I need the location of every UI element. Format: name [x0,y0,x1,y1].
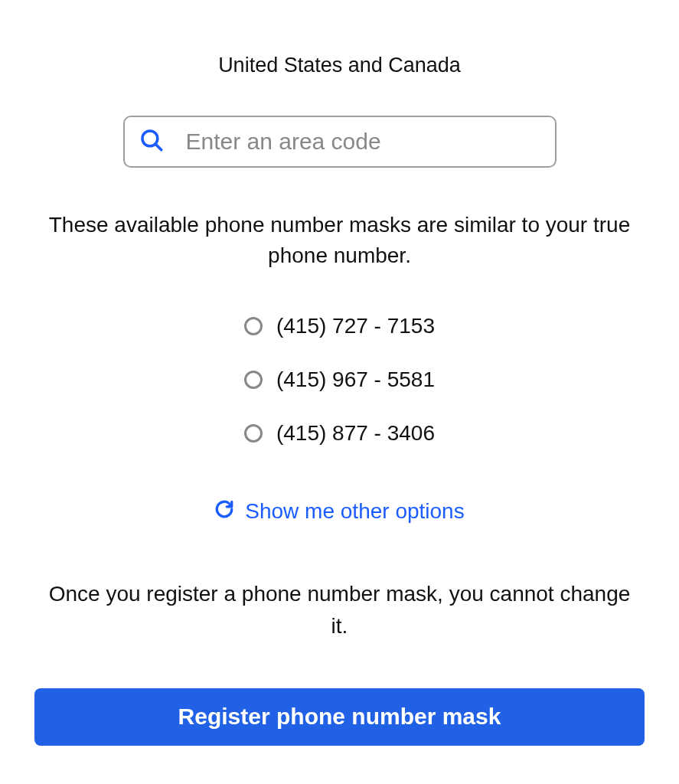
radio-icon [244,424,263,443]
search-container [123,116,557,168]
phone-option-label: (415) 727 - 7153 [276,314,435,338]
radio-icon [244,371,263,389]
description-text: These available phone number masks are s… [34,210,645,272]
show-other-options-link[interactable]: Show me other options [214,499,464,524]
phone-options-list: (415) 727 - 7153 (415) 967 - 5581 (415) … [244,314,435,446]
area-code-input[interactable] [186,129,541,155]
refresh-link-label: Show me other options [245,499,464,524]
page-title: United States and Canada [218,54,461,77]
warning-text: Once you register a phone number mask, y… [41,578,638,642]
register-button[interactable]: Register phone number mask [34,688,645,746]
radio-icon [244,317,263,335]
phone-option-label: (415) 967 - 5581 [276,368,435,392]
phone-option[interactable]: (415) 967 - 5581 [244,368,435,392]
search-icon [139,127,165,156]
phone-option-label: (415) 877 - 3406 [276,421,435,446]
phone-option[interactable]: (415) 727 - 7153 [244,314,435,338]
refresh-icon [214,499,234,524]
phone-option[interactable]: (415) 877 - 3406 [244,421,435,446]
svg-line-1 [155,144,161,150]
